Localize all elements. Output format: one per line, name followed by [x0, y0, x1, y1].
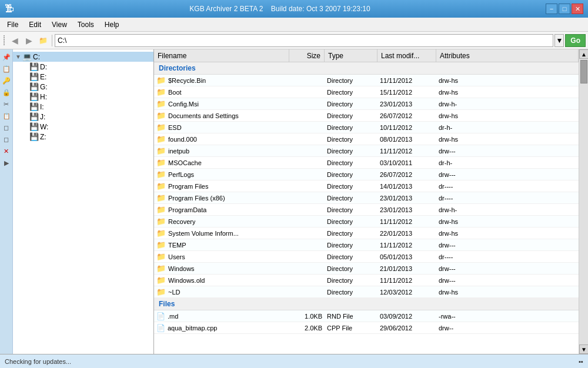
tree-item-e[interactable]: 💾 E:	[13, 72, 153, 82]
col-type-header[interactable]: Type	[325, 49, 377, 62]
cell-attributes: dr----	[436, 253, 579, 260]
drive-icon: 💻	[22, 52, 32, 61]
folder-icon: 📁	[156, 276, 166, 285]
menu-edit[interactable]: Edit	[24, 19, 46, 30]
tree-item-d[interactable]: 💾 D:	[13, 62, 153, 72]
left-icon-3[interactable]: 🔒	[1, 87, 12, 98]
table-row[interactable]: 📁 Recovery Directory 11/11/2012 drw-hs	[154, 216, 579, 228]
table-row[interactable]: 📁 Documents and Settings Directory 26/07…	[154, 110, 579, 122]
expand-icon: ▼	[15, 53, 22, 60]
table-row[interactable]: 📁 Program Files (x86) Directory 23/01/20…	[154, 192, 579, 204]
left-icon-8[interactable]: ✕	[1, 146, 12, 156]
cell-type: Directory	[325, 171, 377, 178]
table-row[interactable]: 📄 aqua_bitmap.cpp 2.0KB CPP File 29/06/2…	[154, 322, 579, 334]
cell-modified: 23/01/2013	[377, 206, 436, 213]
maximize-button[interactable]: □	[559, 4, 570, 14]
table-row[interactable]: 📁 Program Files Directory 14/01/2013 dr-…	[154, 180, 579, 192]
go-button[interactable]: Go	[565, 34, 586, 47]
back-button[interactable]: ◀	[8, 34, 21, 47]
address-dropdown[interactable]: ▼	[554, 34, 564, 47]
table-row[interactable]: 📁 found.000 Directory 08/01/2013 drw-hs	[154, 133, 579, 145]
menu-tools[interactable]: Tools	[73, 19, 99, 30]
left-icon-0[interactable]: 📌	[1, 52, 12, 62]
scroll-down[interactable]: ▼	[579, 344, 588, 354]
folder-icon: 📁	[156, 229, 166, 237]
drive-icon: 💾	[29, 122, 39, 131]
left-icon-2[interactable]: 🔑	[1, 75, 12, 86]
filename-text: Boot	[168, 89, 182, 96]
table-row[interactable]: 📁 MSOCache Directory 03/10/2011 dr-h-	[154, 157, 579, 169]
tree-item-c[interactable]: ▼ 💻 C:	[13, 52, 153, 62]
col-attributes-header[interactable]: Attributes	[436, 49, 579, 62]
tree-item-g[interactable]: 💾 G:	[13, 82, 153, 92]
left-icon-9[interactable]: ▶	[1, 158, 12, 168]
file-list-body[interactable]: Directories 📁 $Recycle.Bin Directory 11/…	[154, 62, 579, 354]
window-title: KGB Archiver 2 BETA 2 Build date: Oct 3 …	[14, 5, 546, 13]
col-modified-header[interactable]: Last modif...	[377, 49, 436, 62]
forward-button[interactable]: ▶	[22, 34, 35, 47]
table-row[interactable]: 📁 ESD Directory 10/11/2012 dr-h-	[154, 122, 579, 133]
toolbar: ◀ ▶ 📁 C:\ ▼ Go	[0, 32, 588, 49]
tree-item-w[interactable]: 💾 W:	[13, 122, 153, 132]
tree-item-h[interactable]: 💾 H:	[13, 92, 153, 102]
address-bar: C:\	[55, 34, 553, 47]
table-row[interactable]: 📁 $Recycle.Bin Directory 11/11/2012 drw-…	[154, 75, 579, 86]
table-row[interactable]: 📁 Users Directory 05/01/2013 dr----	[154, 251, 579, 263]
left-icon-4[interactable]: ✂	[1, 99, 12, 109]
left-icon-5[interactable]: 📋	[1, 111, 12, 121]
cell-modified: 11/11/2012	[377, 77, 436, 84]
window-controls: − □ ✕	[546, 4, 583, 14]
cell-filename: 📁 $Recycle.Bin	[154, 76, 289, 85]
filename-text: MSOCache	[168, 159, 202, 166]
tree-panel[interactable]: ▼ 💻 C: 💾 D: 💾 E: 💾 G: 💾 H:	[13, 49, 154, 354]
cell-modified: 15/11/2012	[377, 89, 436, 96]
folder-icon: 📁	[156, 182, 166, 190]
col-filename-header[interactable]: Filename	[154, 49, 289, 62]
left-icon-7[interactable]: ◻	[1, 134, 12, 145]
left-panel: 📌 📋 🔑 🔒 ✂ 📋 ◻ ◻ ✕ ▶	[0, 49, 13, 354]
table-row[interactable]: 📁 Windows.old Directory 11/11/2012 drw--…	[154, 275, 579, 286]
filename-text: aqua_bitmap.cpp	[168, 324, 217, 332]
drive-icon: 💾	[29, 62, 39, 71]
tree-item-z[interactable]: 💾 Z:	[13, 132, 153, 142]
filename-text: System Volume Inform...	[168, 230, 239, 237]
scroll-thumb[interactable]	[580, 60, 587, 83]
table-row[interactable]: 📄 .md 1.0KB RND File 03/09/2012 -rwa--	[154, 310, 579, 322]
tree-item-j[interactable]: 💾 J:	[13, 112, 153, 122]
cell-filename: 📁 Windows.old	[154, 276, 289, 285]
scroll-up[interactable]: ▲	[579, 49, 588, 59]
menu-bar: File Edit View Tools Help	[0, 18, 588, 32]
table-row[interactable]: 📁 TEMP Directory 11/11/2012 drw---	[154, 239, 579, 251]
filename-text: PerfLogs	[168, 171, 194, 178]
folder-icon: 📁	[156, 123, 166, 132]
table-row[interactable]: 📁 inetpub Directory 11/11/2012 drw---	[154, 145, 579, 157]
left-icon-6[interactable]: ◻	[1, 122, 12, 133]
table-row[interactable]: 📁 System Volume Inform... Directory 22/0…	[154, 228, 579, 239]
menu-help[interactable]: Help	[100, 19, 124, 30]
table-row[interactable]: 📁 ~LD Directory 12/03/2012 drw-hs	[154, 286, 579, 298]
left-icon-1[interactable]: 📋	[1, 63, 12, 74]
close-button[interactable]: ✕	[572, 4, 583, 14]
col-size-header[interactable]: Size	[289, 49, 325, 62]
table-row[interactable]: 📁 Config.Msi Directory 23/01/2013 drw-h-	[154, 98, 579, 110]
cell-filename: 📁 Recovery	[154, 217, 289, 226]
table-row[interactable]: 📁 PerfLogs Directory 26/07/2012 drw---	[154, 169, 579, 180]
filename-text: Config.Msi	[168, 101, 199, 108]
cell-filename: 📁 System Volume Inform...	[154, 229, 289, 237]
tree-item-i[interactable]: 💾 I:	[13, 102, 153, 112]
cell-type: Directory	[325, 112, 377, 119]
scrollbar[interactable]: ▲ ▼	[579, 49, 588, 354]
up-button[interactable]: 📁	[36, 34, 49, 47]
cell-attributes: drw-hs	[436, 230, 579, 237]
table-row[interactable]: 📁 Boot Directory 15/11/2012 drw-hs	[154, 86, 579, 98]
minimize-button[interactable]: −	[546, 4, 557, 14]
filename-text: Program Files	[168, 183, 208, 190]
menu-view[interactable]: View	[47, 19, 72, 30]
cell-filename: 📁 Config.Msi	[154, 99, 289, 108]
cell-type: Directory	[325, 277, 377, 284]
table-row[interactable]: 📁 Windows Directory 21/01/2013 drw---	[154, 263, 579, 275]
folder-icon: 📁	[156, 76, 166, 85]
menu-file[interactable]: File	[2, 19, 23, 30]
cell-attributes: drw-hs	[436, 112, 579, 119]
table-row[interactable]: 📁 ProgramData Directory 23/01/2013 drw-h…	[154, 204, 579, 216]
